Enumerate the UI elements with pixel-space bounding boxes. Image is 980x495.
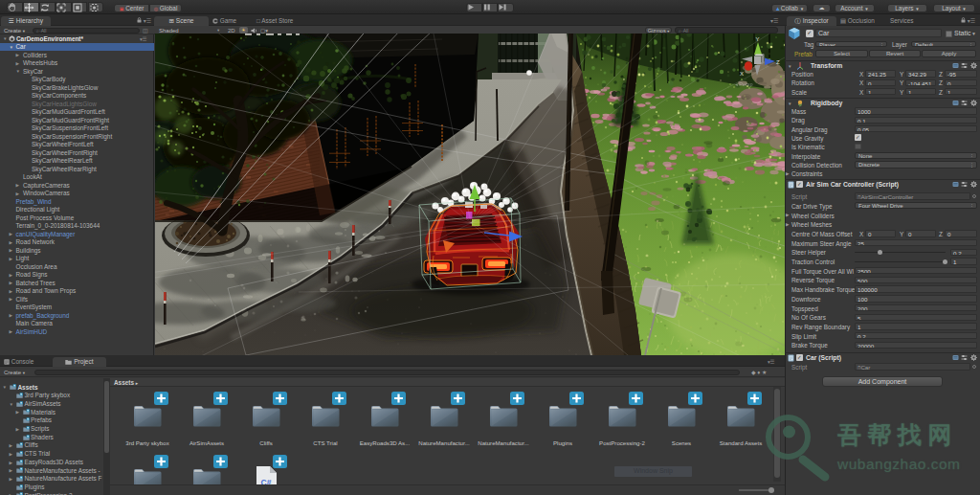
svg-text:Y: Y	[756, 36, 760, 42]
svg-text:X: X	[740, 71, 744, 77]
svg-text:Z: Z	[776, 59, 780, 65]
svg-text:◂ Persp: ◂ Persp	[735, 81, 753, 87]
